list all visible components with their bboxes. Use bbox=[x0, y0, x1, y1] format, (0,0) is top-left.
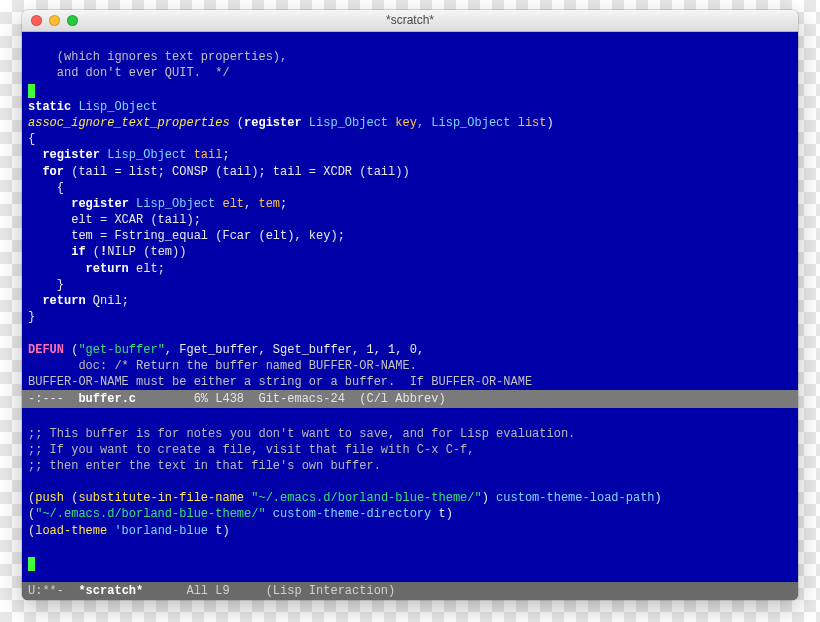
code-token: return bbox=[86, 262, 129, 276]
code-token: register bbox=[42, 148, 100, 162]
code-token: static bbox=[28, 100, 71, 114]
code-token: tem bbox=[258, 197, 280, 211]
code-line: ;; If you want to create a file, visit t… bbox=[28, 443, 474, 457]
code-token: custom-theme-load-path bbox=[496, 491, 654, 505]
code-token: 'borland-blue bbox=[114, 524, 208, 538]
code-token: key bbox=[395, 116, 417, 130]
code-token: tail bbox=[194, 148, 223, 162]
code-token: , Lisp_Object bbox=[417, 116, 518, 130]
code-line: { bbox=[28, 181, 64, 195]
code-line: elt = XCAR (tail); bbox=[28, 213, 201, 227]
code-token: (tail = list; CONSP (tail); tail = XCDR … bbox=[64, 165, 410, 179]
code-token: doc: bbox=[28, 359, 114, 373]
code-line: ;; then enter the text in that file's ow… bbox=[28, 459, 381, 473]
code-token: Lisp_Object bbox=[71, 100, 157, 114]
code-token: Lisp_Object bbox=[302, 116, 396, 130]
code-line: BUFFER-OR-NAME must be either a string o… bbox=[28, 375, 532, 389]
code-token: push bbox=[35, 491, 64, 505]
code-token: "~/.emacs.d/borland-blue-theme/" bbox=[251, 491, 481, 505]
code-line: and don't ever QUIT. */ bbox=[28, 66, 230, 80]
code-token bbox=[28, 245, 71, 259]
code-token bbox=[28, 148, 42, 162]
code-token: ( bbox=[64, 491, 78, 505]
code-line: (which ignores text properties), bbox=[28, 50, 287, 64]
code-token: load-theme bbox=[35, 524, 107, 538]
code-token: ( bbox=[86, 245, 100, 259]
code-token: register bbox=[71, 197, 129, 211]
code-token bbox=[266, 507, 273, 521]
code-token: list bbox=[518, 116, 547, 130]
code-token: assoc_ignore_text_properties bbox=[28, 116, 230, 130]
code-token: elt bbox=[222, 197, 244, 211]
code-token bbox=[28, 197, 71, 211]
code-token: ( bbox=[64, 343, 78, 357]
macos-window: *scratch* (which ignores text properties… bbox=[22, 10, 798, 600]
code-token: , Fget_buffer, Sget_buffer, 1, 1, 0, bbox=[165, 343, 424, 357]
code-token bbox=[28, 294, 42, 308]
code-line: } bbox=[28, 310, 35, 324]
cursor bbox=[28, 557, 35, 571]
minimize-icon[interactable] bbox=[49, 15, 60, 26]
code-token: return bbox=[42, 294, 85, 308]
code-token: /* Return the buffer named BUFFER-OR-NAM… bbox=[114, 359, 416, 373]
emacs-editor: (which ignores text properties), and don… bbox=[22, 32, 798, 600]
code-line: { bbox=[28, 132, 35, 146]
close-icon[interactable] bbox=[31, 15, 42, 26]
code-line: ;; This buffer is for notes you don't wa… bbox=[28, 427, 575, 441]
code-token: ( bbox=[230, 116, 244, 130]
code-token: ) bbox=[655, 491, 662, 505]
code-token: "~/.emacs.d/borland-blue-theme/" bbox=[35, 507, 265, 521]
code-token: "get-buffer" bbox=[78, 343, 164, 357]
window-title: *scratch* bbox=[22, 12, 798, 28]
titlebar: *scratch* bbox=[22, 10, 798, 32]
code-token: custom-theme-directory bbox=[273, 507, 431, 521]
code-token: Lisp_Object bbox=[100, 148, 194, 162]
code-token: Qnil; bbox=[86, 294, 129, 308]
code-token: DEFUN bbox=[28, 343, 64, 357]
modeline-lower[interactable]: U:**- *scratch* All L9 (Lisp Interaction… bbox=[22, 582, 798, 600]
lower-pane[interactable]: ;; This buffer is for notes you don't wa… bbox=[22, 408, 798, 582]
upper-pane[interactable]: (which ignores text properties), and don… bbox=[22, 32, 798, 390]
code-token: Lisp_Object bbox=[129, 197, 223, 211]
code-token: NILP (tem)) bbox=[107, 245, 186, 259]
code-line: } bbox=[28, 278, 64, 292]
code-token: elt; bbox=[129, 262, 165, 276]
modeline-buffer-name: *scratch* bbox=[78, 584, 143, 598]
code-token bbox=[28, 165, 42, 179]
modeline-prefix: U:**- bbox=[28, 584, 78, 598]
code-token: ) bbox=[482, 491, 496, 505]
modeline-prefix: -:--- bbox=[28, 392, 78, 406]
code-token: if bbox=[71, 245, 85, 259]
code-token: for bbox=[42, 165, 64, 179]
code-token bbox=[28, 262, 86, 276]
code-token: t) bbox=[431, 507, 453, 521]
modeline-buffer-name: buffer.c bbox=[78, 392, 136, 406]
code-token: register bbox=[244, 116, 302, 130]
traffic-lights bbox=[22, 15, 78, 26]
code-line: tem = Fstring_equal (Fcar (elt), key); bbox=[28, 229, 345, 243]
modeline-info: 6% L438 Git-emacs-24 (C/l Abbrev) bbox=[136, 392, 446, 406]
zoom-icon[interactable] bbox=[67, 15, 78, 26]
code-token: ; bbox=[222, 148, 229, 162]
code-token: ; bbox=[280, 197, 287, 211]
cursor bbox=[28, 84, 35, 98]
code-token: substitute-in-file-name bbox=[78, 491, 244, 505]
code-token: ) bbox=[547, 116, 554, 130]
code-token: t) bbox=[208, 524, 230, 538]
modeline-info: All L9 (Lisp Interaction) bbox=[143, 584, 395, 598]
modeline-upper[interactable]: -:--- buffer.c 6% L438 Git-emacs-24 (C/l… bbox=[22, 390, 798, 408]
code-token: , bbox=[244, 197, 258, 211]
